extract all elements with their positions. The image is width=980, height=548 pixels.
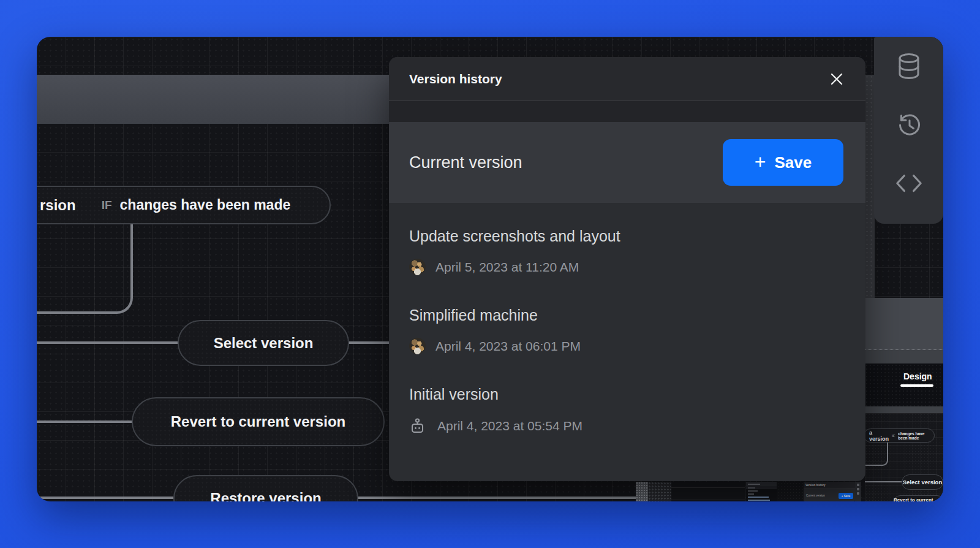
version-list-item[interactable]: Update screenshots and layout April 5, 2… — [409, 227, 845, 275]
version-list: Update screenshots and layout April 5, 2… — [389, 203, 865, 435]
save-button[interactable]: + Save — [723, 139, 843, 186]
transition-edge — [358, 497, 636, 499]
transition-edge — [37, 497, 173, 499]
node-label: Select version — [903, 479, 942, 485]
node-label: Select version — [214, 335, 314, 352]
version-title: Update screenshots and layout — [409, 227, 845, 245]
app-window: rsion IF changes have been made Select v… — [37, 37, 943, 501]
modal-header: Version history — [389, 57, 865, 101]
current-version-label: Current version — [409, 153, 522, 172]
preview-canvas-slice — [777, 482, 804, 501]
node-if-keyword: IF — [892, 434, 895, 438]
preview-edge — [865, 443, 888, 466]
preview-tab-bar: Design Si — [865, 363, 943, 406]
state-node-select-version[interactable]: Select version — [178, 320, 349, 366]
preview-palette-panel — [746, 482, 777, 501]
right-icon-sidebar — [874, 37, 943, 224]
page: { "colors": { "accent_blue": "#0e6ffa", … — [0, 0, 980, 548]
current-version-row: Current version + Save — [389, 122, 865, 203]
node-label: Revert to current version — [894, 497, 943, 501]
preview-canvas-slice — [671, 482, 745, 501]
preview-node-save-version: a version IF changes have been made — [864, 428, 935, 443]
version-timestamp: April 4, 2023 at 05:54 PM — [437, 419, 582, 433]
robot-icon — [409, 417, 428, 435]
state-node-revert-version[interactable]: Revert to current version — [132, 397, 385, 446]
node-if-keyword: IF — [102, 199, 112, 212]
state-node-restore-version[interactable]: Restore version — [173, 475, 358, 501]
node-label-fragment: a version — [869, 430, 889, 442]
node-label: Revert to current version — [171, 413, 345, 430]
version-title: Simplified machine — [409, 306, 845, 324]
preview-toolbar-band — [865, 298, 943, 350]
save-button-label: Save — [774, 153, 812, 172]
close-icon[interactable] — [826, 69, 847, 89]
plus-icon: + — [755, 152, 766, 172]
active-tab-underline — [900, 384, 933, 387]
transition-edge — [37, 341, 178, 344]
preview-canvas: a version IF changes have been made Sele… — [865, 413, 943, 501]
mini-modal-title: Version history — [804, 482, 855, 489]
version-title: Initial version — [409, 386, 845, 403]
transition-edge — [37, 224, 133, 314]
mini-save-button: + Save — [839, 493, 853, 499]
preview-dither — [636, 482, 648, 501]
version-timestamp: April 4, 2023 at 06:01 PM — [435, 339, 581, 354]
preview-dither — [648, 482, 671, 501]
preview-strip — [865, 350, 943, 363]
node-label: Restore version — [210, 490, 321, 501]
database-icon[interactable] — [895, 53, 923, 81]
user-avatar — [409, 338, 426, 354]
version-timestamp: April 5, 2023 at 11:20 AM — [435, 260, 579, 275]
node-label-fragment: rsion — [40, 197, 76, 214]
node-condition-label: changes have been made — [120, 197, 291, 213]
preview-node-select-version: Select version — [902, 474, 943, 490]
version-list-item[interactable]: Initial version April 4, 2023 at 05:54 P… — [409, 386, 845, 435]
version-list-item[interactable]: Simplified machine April 4, 2023 at 06:0… — [409, 306, 845, 354]
code-icon[interactable] — [895, 169, 923, 197]
transition-edge — [349, 341, 389, 344]
modal-title: Version history — [409, 72, 502, 86]
tab-design[interactable]: Design — [903, 371, 932, 381]
preview-node-revert-version: Revert to current version — [893, 495, 943, 501]
mini-modal-current-label: Current version — [806, 494, 825, 497]
preview-sidebar-sliver — [855, 482, 861, 501]
preview-strip — [865, 406, 943, 413]
history-icon[interactable] — [895, 111, 923, 139]
state-node-save-version[interactable]: rsion IF changes have been made — [37, 186, 331, 224]
preview-edge — [865, 481, 902, 482]
version-history-modal: Version history Current version + Save U… — [389, 57, 865, 481]
node-condition-label: changes have been made — [898, 432, 934, 440]
user-avatar — [409, 259, 426, 275]
preview-mini-modal: Version history Current version + Save — [804, 482, 855, 501]
panel-gap-strip — [865, 75, 875, 298]
transition-edge — [37, 421, 132, 423]
modal-substrip — [389, 101, 865, 122]
